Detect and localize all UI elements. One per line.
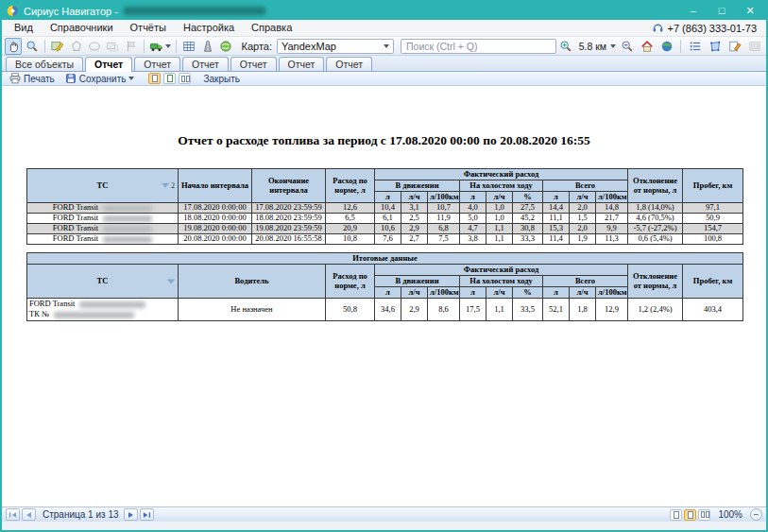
close-report-button[interactable]: Закрыть xyxy=(199,73,244,85)
cell-idle-lh: 1,0 xyxy=(486,214,513,224)
cell-mileage: 403,4 xyxy=(683,299,743,321)
unit-l: л xyxy=(543,192,570,203)
map-combo-label: Карта: xyxy=(241,41,272,52)
close-button[interactable]: ✕ xyxy=(742,3,758,19)
unit-lh: л/ч xyxy=(570,287,596,299)
cell-total-l: 14,4 xyxy=(543,203,570,214)
cell-end: 17.08.2020 23:59:59 xyxy=(252,203,326,214)
cell-end: 19.08.2020 23:59:59 xyxy=(252,224,326,234)
previous-page-button[interactable] xyxy=(22,508,36,521)
menu-item[interactable]: Справка xyxy=(243,20,300,36)
cell-total-l: 52,1 xyxy=(543,299,570,321)
selection-button[interactable] xyxy=(706,38,724,55)
road-button[interactable] xyxy=(199,38,216,55)
cell-tc: FORD Transit ТК № xyxy=(27,299,179,321)
note-edit-button[interactable] xyxy=(725,38,743,55)
toolbar-separator xyxy=(176,40,177,53)
view-two-pages-button[interactable] xyxy=(179,73,191,84)
cell-start: 18.08.2020 0:00:00 xyxy=(179,214,252,224)
rectangle-icon xyxy=(106,40,119,53)
previous-page-icon xyxy=(26,511,32,519)
view-fit-page-button[interactable] xyxy=(163,73,176,84)
map-select[interactable]: YandexMap xyxy=(277,39,394,54)
zoom-out-map-button[interactable] xyxy=(618,38,636,55)
column-header-tc[interactable]: ТС xyxy=(27,265,179,299)
menu-item[interactable]: Отчёты xyxy=(122,20,175,36)
menu-item[interactable]: Вид xyxy=(6,20,42,36)
column-header-mileage: Пробег, км xyxy=(683,169,743,203)
polygon-button[interactable] xyxy=(67,38,84,55)
save-dropdown-caret[interactable] xyxy=(128,77,134,80)
cell-total-lh: 2,0 xyxy=(570,224,596,234)
home-icon xyxy=(640,40,654,53)
column-group-idle: На холостом ходу xyxy=(460,180,543,192)
flag-button[interactable] xyxy=(123,38,140,55)
vehicle-button[interactable] xyxy=(148,38,172,55)
list-icon xyxy=(689,40,702,53)
hand-tool-button[interactable] xyxy=(5,38,22,55)
toolbar-separator xyxy=(144,40,145,53)
tab-bar: Все объектыОтчетОтчетОтчетОтчетОтчетОтче… xyxy=(2,56,766,72)
toolbar-separator xyxy=(44,40,45,53)
cell-tc: FORD Transit xyxy=(27,234,179,245)
grid-button[interactable] xyxy=(180,38,197,55)
table-row: FORD Transit 19.08.2020 0:00:00 19.08.20… xyxy=(27,224,743,234)
tab[interactable]: Отчет xyxy=(85,57,132,72)
map-scale-value[interactable]: 5.8 км xyxy=(579,41,606,52)
unit-l: л xyxy=(543,287,570,299)
cell-end: 18.08.2020 23:59:59 xyxy=(252,214,326,224)
column-header-tc[interactable]: ТС2 xyxy=(27,169,179,203)
tab[interactable]: Отчет xyxy=(230,57,277,71)
globe-refresh-button[interactable] xyxy=(217,38,234,55)
search-input[interactable] xyxy=(401,39,556,54)
first-page-button[interactable] xyxy=(6,508,20,521)
tab[interactable]: Отчет xyxy=(182,57,229,71)
cell-mileage: 154,7 xyxy=(683,224,743,234)
minimize-button[interactable]: – xyxy=(686,3,701,19)
tab[interactable]: Отчет xyxy=(326,57,372,71)
floppy-icon xyxy=(65,73,77,84)
sort-descending-icon xyxy=(167,279,175,283)
print-button[interactable]: Печать xyxy=(6,73,59,85)
maximize-button[interactable]: □ xyxy=(714,3,729,19)
map-edit-button[interactable] xyxy=(49,38,66,55)
tab[interactable]: Отчет xyxy=(134,57,180,71)
app-window: Сириус Навигатор - – □ ✕ ВидСправочникиО… xyxy=(0,0,768,532)
cell-idle-lh: 1,1 xyxy=(486,234,513,245)
multi-page-icon xyxy=(706,511,709,518)
save-button[interactable]: Сохранить xyxy=(61,73,139,85)
cell-total-l100: 12,9 xyxy=(596,299,628,321)
last-page-button[interactable] xyxy=(140,508,154,521)
redacted-text xyxy=(79,301,145,308)
redacted-text xyxy=(103,215,152,222)
list-button[interactable] xyxy=(686,38,704,55)
menu-item[interactable]: Справочники xyxy=(42,20,122,36)
ellipse-button[interactable] xyxy=(86,38,103,55)
view-multi-page-button[interactable] xyxy=(698,509,710,521)
home-button[interactable] xyxy=(638,38,656,55)
cell-moving-lh: 2,7 xyxy=(401,234,428,245)
toolbar-separator xyxy=(680,40,681,53)
report-toolbar: Печать Сохранить Закрыть xyxy=(2,72,766,86)
map-edit-icon xyxy=(51,40,64,53)
rectangle-button[interactable] xyxy=(104,38,121,55)
tab[interactable]: Отчет xyxy=(279,57,325,71)
grid-icon xyxy=(182,40,196,53)
zoom-in-button[interactable] xyxy=(557,38,575,55)
view-single-page-button[interactable] xyxy=(148,73,161,84)
menu-item[interactable]: Настройка xyxy=(175,20,243,36)
view-fit-width-button[interactable] xyxy=(684,509,696,521)
image-button[interactable] xyxy=(745,38,763,55)
tab[interactable]: Все объекты xyxy=(6,57,83,71)
next-page-button[interactable] xyxy=(124,508,138,521)
globe-refresh-icon xyxy=(219,40,232,53)
view-single-page-button[interactable] xyxy=(670,509,682,521)
globe-button[interactable] xyxy=(657,38,675,55)
zoom-out-button[interactable]: − xyxy=(750,508,762,521)
support-phone: +7 (863) 333-01-73 xyxy=(652,22,762,34)
zoom-region-button[interactable] xyxy=(23,38,40,55)
cell-norm: 20,9 xyxy=(326,224,375,234)
unit-pct: % xyxy=(513,192,543,203)
column-group-moving: В движении xyxy=(375,180,460,192)
scale-dropdown-caret[interactable] xyxy=(610,44,616,48)
